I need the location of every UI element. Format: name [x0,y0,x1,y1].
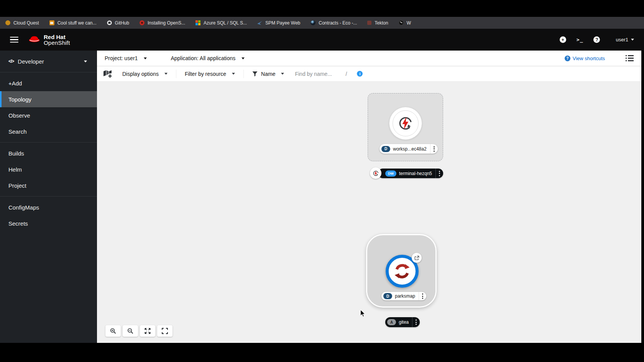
list-view-toggle-icon[interactable] [626,55,634,61]
sidebar-item-builds[interactable]: Builds [0,145,97,161]
display-options-label: Display options [122,71,159,77]
bookmarks-bar: Cloud Quest Cool stuff we can... GitHub … [0,17,644,29]
tekton-favicon [367,21,371,25]
bookmark-label: SPM Payee Web [265,20,300,26]
view-shortcuts-link[interactable]: View shortcuts [573,56,605,61]
workspace-node-label[interactable]: D worksp...ec48a2 [380,144,438,154]
sidebar-item-helm[interactable]: Helm [0,161,97,177]
deployment-badge: D [383,293,392,299]
chevron-down-icon [242,57,245,59]
kebab-menu-icon[interactable] [412,317,420,327]
mouse-cursor [360,310,366,319]
bookmark-label: Azure SQL / SQL S... [204,20,247,26]
name-filter-dropdown[interactable]: Name [261,71,284,77]
bookmark-azure-sql[interactable]: Azure SQL / SQL S... [196,20,247,26]
parksmap-node-label[interactable]: D parksmap [381,292,426,300]
nav-section-1: +Add Topology Observe Search [0,72,97,143]
globe-swirl-favicon [399,20,404,25]
find-by-name-input[interactable] [295,71,344,77]
openshift-favicon [140,20,145,25]
slash-shortcut-hint: / [345,71,347,77]
fit-to-screen-button[interactable] [140,325,155,337]
topology-canvas[interactable]: D worksp...ec48a2 DW terminal-hezqn5 [97,82,641,342]
kebab-menu-icon[interactable] [419,292,426,300]
bookmark-label: Tekton [375,20,388,26]
filter-funnel-icon [252,71,258,77]
zoom-in-button[interactable] [105,325,121,337]
chevron-down-icon [164,73,168,75]
open-url-decorator-icon[interactable] [412,253,422,263]
bookmark-cool-stuff[interactable]: Cool stuff we can... [49,20,97,26]
display-options-dropdown[interactable]: Display options [122,71,168,77]
application-dropdown-label: Application: All applications [171,55,235,61]
map-plus-icon[interactable] [103,69,112,78]
fullscreen-button[interactable] [157,325,172,337]
brand-line1: Red Hat [44,34,70,40]
bookmark-label: Contracts - Eco -... [319,20,357,26]
bookmark-installing-openshift[interactable]: Installing OpenS... [140,20,185,26]
sidebar-item-project[interactable]: Project [0,177,97,193]
window-favicon [49,20,54,25]
bookmark-label: W [407,20,411,26]
sidebar-item-search[interactable]: Search [0,123,97,139]
terminal-node-decorator-icon[interactable] [370,167,381,179]
chevron-down-icon [84,61,87,62]
chevron-down-icon [232,73,235,75]
user-menu[interactable]: user1 [616,37,634,43]
bookmark-label: Cloud Quest [13,20,39,26]
help-icon[interactable]: ? [593,36,600,43]
bookmark-tekton[interactable]: Tekton [367,20,388,26]
sidebar-item-topology[interactable]: Topology [0,91,97,107]
bookmark-cloud-quest[interactable]: Cloud Quest [5,20,39,26]
hamburger-menu-icon[interactable] [10,37,18,43]
sidebar-item-add[interactable]: +Add [0,75,97,91]
add-circle-icon[interactable]: + [560,36,566,43]
web-terminal-icon[interactable]: >_ [577,37,583,43]
brand-line2: OpenShift [44,40,70,46]
chevron-down-icon [631,39,634,41]
github-favicon [107,20,112,25]
kebab-menu-icon[interactable] [435,169,443,178]
username: user1 [616,37,628,43]
main-content: Project: user1 Application: All applicat… [97,51,641,343]
context-bar: Project: user1 Application: All applicat… [97,51,641,66]
sidebar-item-observe[interactable]: Observe [0,107,97,123]
devworkspace-bolt-icon [397,115,414,132]
bookmark-w[interactable]: W [399,20,411,26]
project-dropdown[interactable]: Project: user1 [105,55,147,61]
bookmark-contracts[interactable]: Contracts - Eco -... [310,20,357,26]
devworkspace-badge: DW [385,170,396,177]
perspective-label: Developer [18,58,44,65]
sidebar-item-secrets[interactable]: Secrets [0,215,97,231]
kebab-menu-icon[interactable] [430,144,438,154]
nav-section-2: Builds Helm Project [0,143,97,197]
name-filter-label: Name [261,71,275,77]
bookmark-label: Installing OpenS... [148,20,185,26]
perspective-switcher[interactable]: </> Developer [0,51,97,72]
filter-by-resource-label: Filter by resource [185,71,226,77]
zoom-out-button[interactable] [123,325,138,337]
terminal-node-label[interactable]: DW terminal-hezqn5 [378,169,443,178]
topology-toolbar: Display options Filter by resource Name … [97,66,641,82]
gitea-node-label[interactable]: A gitea [385,317,420,327]
brand-logo: Red Hat OpenShift [28,34,70,46]
bookmark-spm-payee[interactable]: SPM Payee Web [257,20,300,26]
project-dropdown-label: Project: user1 [105,55,138,61]
application-dropdown[interactable]: Application: All applications [171,55,245,61]
screen: Cloud Quest Cool stuff we can... GitHub … [0,0,644,362]
workspace-node-icon[interactable] [389,107,422,140]
sidebar-item-configmaps[interactable]: ConfigMaps [0,199,97,215]
cloud-quest-favicon [5,20,10,25]
code-icon: </> [8,59,14,64]
deployment-badge: D [381,146,390,152]
bookmark-github[interactable]: GitHub [107,20,129,26]
globe-favicon [310,20,315,25]
info-icon[interactable]: i [357,71,363,77]
masthead: Red Hat OpenShift + >_ ? user1 [0,29,644,51]
filter-by-resource-dropdown[interactable]: Filter by resource [185,71,235,77]
spm-favicon [257,20,262,25]
terminal-node-name: terminal-hezqn5 [396,171,435,176]
bookmark-label: Cool stuff we can... [58,20,97,26]
gitea-node-name: gitea [396,319,412,325]
sidebar: </> Developer +Add Topology Observe Sear… [0,51,97,343]
